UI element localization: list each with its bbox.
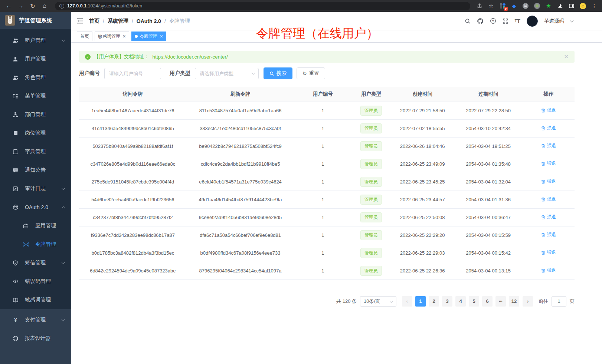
force-logout-button[interactable]: 强退 — [541, 196, 556, 202]
force-logout-button[interactable]: 强退 — [541, 107, 556, 113]
browser-back-icon[interactable]: ← — [4, 1, 13, 10]
force-logout-button[interactable]: 强退 — [541, 214, 556, 220]
site-info-icon[interactable]: i — [59, 4, 64, 9]
browser-menu-icon[interactable]: ⋮ — [591, 3, 598, 9]
table-row: c347026e805e4d99b0d116eae66eda8ccdfc4ce9… — [79, 155, 575, 173]
font-size-icon[interactable]: TT — [515, 18, 520, 24]
table-row: 502375b8040a469a9b82188afdf6af1fbe90422b… — [79, 137, 575, 155]
table-header-row: 访问令牌刷新令牌用户编号用户类型创建时间过期时间操作 — [79, 87, 575, 102]
user-name[interactable]: 芋道源码 — [544, 18, 564, 24]
sidebar-item-dept[interactable]: 部门管理 — [0, 105, 71, 124]
sidebar-item-role[interactable]: 角色管理 — [0, 68, 71, 87]
svg-text:¥: ¥ — [14, 317, 17, 323]
force-logout-button[interactable]: 强退 — [541, 267, 556, 274]
sidebar-item-notice[interactable]: 通知公告 — [0, 161, 71, 179]
sidebar-menu-bottom: ¥支付管理报表设计器 — [0, 309, 71, 364]
tab-1[interactable]: 敏感词管理✕ — [95, 32, 129, 41]
sidebar-item-post[interactable]: 岗位管理 — [0, 124, 71, 142]
force-logout-button[interactable]: 强退 — [541, 143, 556, 149]
page-button-6[interactable]: 6 — [482, 296, 493, 307]
browser-forward-icon[interactable]: → — [16, 1, 25, 10]
user-type-select[interactable] — [195, 68, 259, 79]
force-logout-button[interactable]: 强退 — [541, 249, 556, 256]
created-time: 2022-06-25 23:49:09 — [400, 161, 445, 167]
profile-emoji-icon[interactable]: ☺ — [580, 3, 586, 9]
sidebar-item-oauth2[interactable]: OAuth 2.0 — [0, 198, 71, 216]
browser-reload-icon[interactable]: ↻ — [28, 1, 37, 10]
help-icon[interactable]: ? — [490, 18, 496, 24]
sidebar-item-audit-log[interactable]: 审计日志 — [0, 179, 71, 198]
search-icon[interactable] — [465, 18, 471, 24]
sidebar-item-sms[interactable]: 短信管理 — [0, 254, 71, 272]
sidebar-collapse-icon[interactable] — [77, 18, 83, 24]
force-logout-button[interactable]: 强退 — [541, 178, 556, 185]
bookmark-star-icon[interactable]: ☆ — [488, 3, 494, 9]
user-avatar[interactable] — [527, 16, 538, 27]
chevron-down-icon — [62, 38, 65, 42]
trash-icon — [541, 197, 545, 202]
sidebar-item-menu[interactable]: 菜单管理 — [0, 87, 71, 105]
sidebar-item-oauth2-token[interactable]: 令牌管理 — [0, 235, 71, 254]
refresh-token: 8796295f04064c2983414cc54af1097a — [199, 268, 282, 274]
page-size-select[interactable]: 10条/页 — [360, 296, 396, 307]
trash-icon — [541, 268, 545, 273]
search-button[interactable]: 搜索 — [264, 67, 292, 79]
extension-colored-squares-icon[interactable]: 9 — [499, 3, 506, 9]
alert-doc-link[interactable]: https://doc.iocoder.cn/user-center/ — [153, 54, 228, 60]
app-logo-bar[interactable]: 芋道管理系统 — [0, 12, 71, 29]
page-button-12[interactable]: 12 — [509, 296, 519, 307]
sidebar-item-report-designer[interactable]: 报表设计器 — [0, 329, 71, 348]
user-type-badge: 管理员 — [360, 141, 382, 151]
force-logout-button[interactable]: 强退 — [541, 125, 556, 131]
breadcrumb: 首页 / 系统管理 / OAuth 2.0 / 令牌管理 — [89, 18, 190, 24]
side-panel-icon[interactable] — [568, 3, 575, 9]
share-icon[interactable] — [476, 3, 483, 9]
sidebar-item-dict[interactable]: 字典管理 — [0, 142, 71, 161]
sidebar-item-tenant[interactable]: 租户管理 — [0, 31, 71, 50]
dict-icon — [12, 149, 19, 155]
page-button-2[interactable]: 2 — [429, 296, 439, 307]
expire-time: 2054-03-04 19:51:25 — [466, 143, 511, 149]
sidebar-item-pay[interactable]: ¥支付管理 — [0, 311, 71, 329]
force-logout-button[interactable]: 强退 — [541, 232, 556, 238]
extension-gem-icon[interactable]: ◆ — [511, 3, 517, 9]
extension-dot-circle-icon[interactable] — [534, 3, 540, 9]
pagination-pages: ‹ 123456•••12 — [402, 296, 519, 307]
breadcrumb-system[interactable]: 系统管理 — [108, 18, 128, 24]
goto-page-input[interactable] — [552, 296, 566, 307]
extension-command-icon[interactable]: ⌘ — [522, 3, 529, 9]
chevron-down-icon[interactable] — [570, 19, 574, 22]
reset-button[interactable]: ↻ 重置 — [297, 67, 325, 79]
tab-0[interactable]: 首页 — [77, 32, 92, 41]
page-button-5[interactable]: 5 — [469, 296, 479, 307]
address-bar[interactable]: i 127.0.0.1:1024/system/oauth2/token — [55, 2, 470, 10]
page-ellipsis[interactable]: ••• — [495, 296, 506, 307]
sidebar-item-oauth2-app[interactable]: 应用管理 — [0, 216, 71, 235]
created-time: 2022-06-25 22:29:03 — [400, 250, 445, 256]
github-icon[interactable] — [477, 18, 484, 24]
trash-icon — [541, 108, 545, 113]
sidebar-item-error-code[interactable]: 错误码管理 — [0, 272, 71, 291]
fullscreen-icon[interactable] — [503, 18, 508, 24]
extension-green-star-icon[interactable]: ★ — [545, 3, 552, 9]
user-type-select-input[interactable] — [195, 71, 252, 76]
chart-icon — [12, 335, 19, 342]
tab-close-icon[interactable]: ✕ — [122, 34, 126, 39]
tab-close-icon[interactable]: ✕ — [160, 34, 163, 39]
browser-home-icon[interactable]: ⌂ — [40, 1, 49, 10]
alert-close-icon[interactable]: ✕ — [564, 53, 569, 60]
extension-puzzle-icon[interactable] — [557, 3, 563, 9]
force-logout-button[interactable]: 强退 — [541, 161, 556, 167]
sidebar-item-sensitive-word[interactable]: 敏感词管理 — [0, 291, 71, 309]
next-page-button[interactable]: › — [523, 296, 533, 307]
breadcrumb-oauth2[interactable]: OAuth 2.0 — [137, 18, 161, 24]
prev-page-button[interactable]: ‹ — [402, 296, 412, 307]
user-id-input[interactable] — [104, 68, 161, 79]
page-button-1[interactable]: 1 — [415, 296, 426, 307]
page-button-3[interactable]: 3 — [442, 296, 452, 307]
sidebar-item-user[interactable]: 用户管理 — [0, 50, 71, 68]
tab-2[interactable]: 令牌管理✕ — [131, 32, 166, 41]
breadcrumb-home[interactable]: 首页 — [89, 18, 99, 24]
page-button-4[interactable]: 4 — [455, 296, 466, 307]
user-type-label: 用户类型 — [170, 70, 190, 77]
